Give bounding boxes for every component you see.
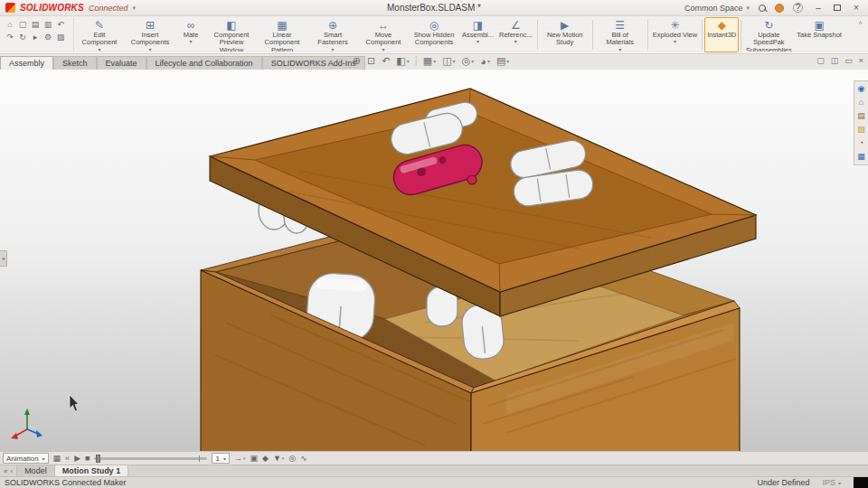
tab-model[interactable]: Model (17, 465, 55, 476)
calculate-icon[interactable]: ▦ (53, 454, 61, 463)
design-library-icon[interactable]: ▤ (857, 111, 865, 121)
save-animation-icon[interactable]: ▣ (250, 454, 258, 463)
close-button[interactable]: × (850, 3, 863, 13)
section-view-icon[interactable]: ◧▾ (396, 55, 409, 67)
reference-geometry-button[interactable]: ∠ Referenc... ▾ (496, 17, 535, 52)
large-assembly-settings-button[interactable]: ⚙ Large Assembly Settings (844, 17, 854, 52)
timeline-slider[interactable] (94, 457, 207, 460)
minimize-button[interactable]: – (812, 3, 825, 13)
edit-component-button[interactable]: ✎ Edit Component ▾ (74, 17, 125, 52)
3dexperience-icon[interactable]: ◉ (858, 84, 865, 94)
tab-assembly[interactable]: Assembly (0, 56, 53, 70)
appearances-scenes-icon[interactable]: ◔ (859, 138, 863, 148)
button-label: Large Assembly Settings (847, 32, 854, 52)
tab-motion-study-1[interactable]: Motion Study 1 (55, 465, 129, 476)
monster-box-model[interactable] (0, 70, 868, 451)
home-icon[interactable]: ⌂ (5, 19, 15, 30)
zoom-fit-icon[interactable]: ⊕ (353, 55, 361, 67)
redo-icon[interactable]: ↷ (5, 32, 15, 42)
show-hidden-components-button[interactable]: ◎ Show Hidden Components (409, 17, 459, 52)
workspace-selector[interactable]: Common Space ▾ (684, 4, 750, 13)
scroll-left-icon[interactable]: ‹ (10, 467, 13, 475)
search-icon[interactable] (759, 5, 766, 12)
move-component-button[interactable]: ↔ Move Component ▾ (358, 17, 409, 52)
view-orientation-icon[interactable]: ▦▾ (423, 55, 436, 67)
file-explorer-icon[interactable]: ▨ (857, 125, 865, 135)
appearance-icon[interactable]: ▨ (55, 32, 66, 42)
timeline-tick (199, 455, 200, 462)
solidworks-resources-icon[interactable]: ⌂ (859, 98, 863, 108)
view-settings-icon[interactable]: ▤▾ (496, 55, 509, 67)
stop-icon[interactable]: ■ (85, 454, 90, 463)
zoom-area-icon[interactable]: ⊡ (367, 55, 375, 67)
button-label: Mate (184, 32, 199, 39)
edit-appearance-icon[interactable]: ◕▾ (480, 56, 490, 67)
reference-geometry-icon: ∠ (511, 19, 521, 32)
play-icon[interactable]: ▶ (74, 454, 80, 463)
add-key-icon[interactable]: ◆ (262, 454, 269, 463)
timeline-slider-thumb[interactable] (96, 455, 100, 463)
new-motion-study-button[interactable]: ▶ New Motion Study (540, 17, 590, 52)
edit-component-icon: ✎ (95, 19, 104, 32)
select-icon[interactable]: ▸ (30, 32, 41, 42)
task-pane-strip: ◉ ⌂ ▤ ▨ ◔ ▦ (854, 80, 868, 165)
save-icon[interactable]: ▥ (42, 19, 53, 30)
instant3d-button[interactable]: ◆ Instant3D (704, 17, 739, 52)
button-label: Move Component (361, 32, 406, 47)
component-preview-window-button[interactable]: ◧ Component Preview Window (206, 17, 257, 52)
display-style-icon[interactable]: ◫▾ (442, 55, 455, 67)
results-icon[interactable]: ∿ (300, 454, 307, 463)
playback-speed-select[interactable]: 1 ▾ (212, 453, 229, 464)
previous-view-icon[interactable]: ↶ (382, 55, 390, 67)
chevron-down-icon[interactable]: ▾ (132, 5, 136, 12)
playback-mode-icon[interactable]: →▾ (234, 454, 246, 463)
take-snapshot-button[interactable]: ▣ Take Snapshot (794, 17, 844, 52)
camera-icon[interactable]: ◎ (288, 454, 296, 463)
update-speedpak-button[interactable]: ↻ Update SpeedPak Subassemblies (743, 17, 794, 52)
tab-evaluate[interactable]: Evaluate (97, 56, 146, 70)
help-icon[interactable]: ? (793, 3, 803, 13)
chevron-down-icon: ▾ (243, 455, 246, 461)
jump-to-start-icon[interactable]: « (65, 454, 70, 463)
study-type-select[interactable]: Animation ▾ (3, 453, 49, 464)
chevron-down-icon: ▾ (223, 455, 226, 462)
glyph: ◫ (442, 55, 451, 67)
restore-button[interactable] (834, 5, 841, 11)
mate-button[interactable]: ∞ Mate ▾ (175, 17, 206, 52)
open-icon[interactable]: ▤ (30, 19, 41, 30)
new-document-icon[interactable]: ▢ (17, 19, 28, 30)
chevron-down-icon: ▾ (506, 58, 509, 64)
exploded-view-icon: ✳ (670, 19, 679, 32)
tab-solidworks-addins[interactable]: SOLIDWORKS Add-Ins (262, 56, 365, 70)
filters-icon[interactable]: ▼▾ (273, 454, 284, 463)
undo-icon[interactable]: ↶ (55, 19, 66, 30)
instant3d-icon: ◆ (718, 19, 726, 32)
insert-components-button[interactable]: ⊞ Insert Components ▾ (125, 17, 175, 52)
smart-fasteners-button[interactable]: ⊕ Smart Fasteners ▾ (307, 17, 358, 52)
doc-close-icon[interactable]: × (859, 56, 863, 65)
tab-lifecycle-collaboration[interactable]: Lifecycle and Collaboration (146, 56, 262, 70)
feature-tree-collapse-handle[interactable]: ◂ (0, 250, 7, 267)
chevron-down-icon: ▾ (838, 480, 841, 486)
ribbon-collapse-button[interactable]: ˄ (854, 17, 866, 29)
linear-component-pattern-button[interactable]: ▦ Linear Component Pattern ▾ (257, 17, 307, 52)
user-profile-icon[interactable] (775, 4, 784, 13)
glyph: ▦ (423, 55, 432, 67)
custom-properties-icon[interactable]: ▦ (857, 152, 865, 162)
rebuild-icon[interactable]: ↻ (17, 32, 28, 42)
motion-manager-toolbar: Animation ▾ ▦ « ▶ ■ 1 ▾ →▾ ▣ ◆ ▼▾ ◎ ∿ (0, 451, 868, 465)
hide-show-items-icon[interactable]: ◎▾ (462, 55, 475, 67)
exploded-view-button[interactable]: ✳ Exploded View ▾ (650, 17, 700, 52)
units-selector[interactable]: IPS ▾ (822, 478, 841, 487)
doc-restore-icon[interactable]: ◫ (831, 56, 839, 65)
scroll-first-icon[interactable]: « (4, 467, 7, 475)
doc-minimize-icon[interactable]: ▭ (844, 56, 853, 65)
tab-sketch[interactable]: Sketch (53, 56, 97, 70)
bill-of-materials-button[interactable]: ☰ Bill of Materials ▾ (595, 17, 646, 52)
graphics-area[interactable]: ◂ ◉ ⌂ ▤ ▨ ◔ ▦ (0, 70, 868, 451)
assembly-features-button[interactable]: ◨ Assembl... ▾ (459, 17, 496, 52)
options-gear-icon[interactable]: ⚙ (42, 32, 53, 42)
doc-new-window-icon[interactable]: ▢ (816, 56, 825, 65)
glyph: ⊡ (367, 55, 375, 67)
toolbar-separator (416, 56, 417, 66)
